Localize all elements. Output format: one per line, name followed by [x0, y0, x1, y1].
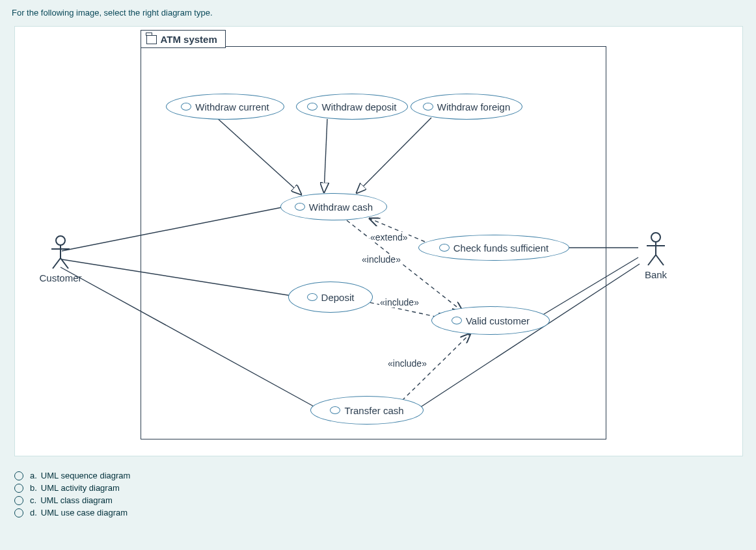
usecase-label: Withdraw foreign [437, 101, 511, 112]
usecase-label: Withdraw deposit [321, 101, 396, 112]
usecase-withdraw-deposit: Withdraw deposit [296, 94, 408, 120]
option-letter: d. [30, 508, 37, 517]
oval-icon [439, 244, 450, 252]
stereotype-extend: «extend» [370, 232, 409, 242]
actor-customer-label: Customer [28, 272, 93, 283]
answer-options: a. UML sequence diagram b. UML activity … [14, 468, 130, 520]
person-icon [47, 235, 74, 270]
usecase-label: Check funds sufficient [453, 242, 548, 254]
usecase-withdraw-foreign: Withdraw foreign [411, 94, 522, 120]
radio-icon[interactable] [14, 496, 23, 505]
svg-point-18 [651, 233, 660, 242]
option-label: UML activity diagram [41, 483, 120, 493]
page: For the following image, select the righ… [0, 0, 756, 550]
usecase-label: Transfer cash [344, 405, 403, 416]
radio-icon[interactable] [14, 508, 23, 517]
option-letter: c. [30, 495, 36, 505]
question-text: For the following image, select the righ… [12, 8, 213, 18]
person-icon [643, 231, 669, 267]
usecase-label: Valid customer [466, 315, 530, 326]
oval-icon [452, 317, 462, 324]
oval-icon [295, 203, 305, 211]
usecase-deposit: Deposit [288, 282, 373, 313]
option-d[interactable]: d. UML use case diagram [14, 508, 130, 517]
svg-point-13 [56, 236, 65, 245]
actor-bank: Bank [630, 231, 682, 280]
stereotype-include: «include» [387, 358, 427, 369]
usecase-label: Withdraw cash [309, 202, 373, 213]
stereotype-include: «include» [379, 297, 420, 308]
svg-line-21 [648, 255, 656, 265]
oval-icon [181, 103, 191, 111]
stereotype-include: «include» [361, 254, 401, 265]
usecase-withdraw-cash: Withdraw cash [280, 193, 387, 220]
oval-icon [423, 103, 433, 111]
actor-bank-label: Bank [630, 269, 682, 280]
option-letter: a. [30, 471, 37, 480]
system-title: ATM system [161, 34, 217, 45]
oval-icon [307, 103, 317, 111]
option-label: UML sequence diagram [41, 471, 131, 480]
radio-icon[interactable] [14, 484, 23, 493]
usecase-label: Withdraw current [195, 101, 269, 112]
usecase-label: Deposit [321, 292, 355, 303]
diagram-frame: ATM system Customer Bank [14, 26, 743, 456]
svg-line-22 [656, 255, 664, 265]
usecase-withdraw-current: Withdraw current [166, 94, 284, 120]
option-letter: b. [30, 483, 37, 493]
actor-customer: Customer [28, 235, 93, 283]
oval-icon [330, 406, 340, 414]
option-b[interactable]: b. UML activity diagram [14, 483, 130, 493]
option-c[interactable]: c. UML class diagram [14, 495, 130, 505]
svg-line-16 [53, 258, 61, 268]
option-label: UML use case diagram [41, 508, 128, 517]
oval-icon [307, 293, 317, 301]
radio-icon[interactable] [14, 471, 23, 480]
usecase-check-funds: Check funds sufficient [418, 235, 569, 261]
system-title-tab: ATM system [141, 30, 226, 48]
folder-icon [146, 35, 157, 44]
usecase-valid-customer: Valid customer [431, 306, 550, 335]
svg-line-17 [61, 258, 68, 268]
usecase-transfer-cash: Transfer cash [310, 396, 424, 425]
option-a[interactable]: a. UML sequence diagram [14, 471, 130, 480]
option-label: UML class diagram [40, 495, 113, 505]
